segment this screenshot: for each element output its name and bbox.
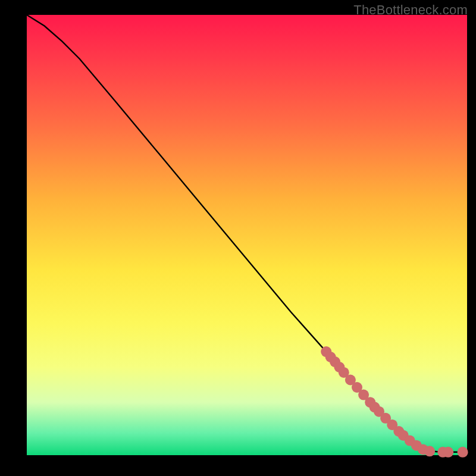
data-marker — [424, 446, 435, 456]
plot-area — [27, 15, 467, 455]
bottleneck-curve — [27, 15, 467, 452]
data-marker — [458, 447, 468, 458]
data-markers — [321, 346, 468, 458]
data-marker — [443, 447, 453, 458]
chart-svg — [27, 15, 467, 455]
chart-frame: TheBottleneck.com — [0, 0, 476, 476]
watermark-text: TheBottleneck.com — [353, 2, 468, 18]
